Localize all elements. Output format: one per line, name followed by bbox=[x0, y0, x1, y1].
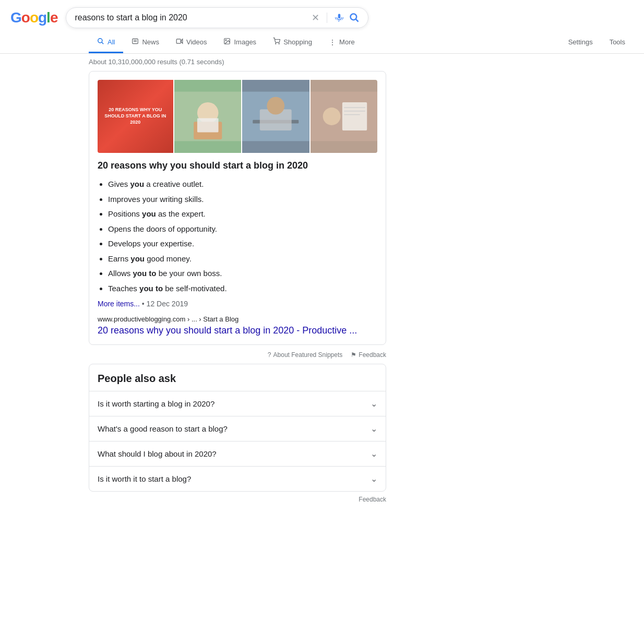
list-item: Positions you as the expert. bbox=[108, 208, 377, 220]
list-item: Opens the doors of opportunity. bbox=[108, 223, 377, 235]
header: Google ✕ bbox=[0, 0, 644, 28]
images-tab-icon bbox=[223, 38, 231, 46]
svg-point-0 bbox=[351, 14, 357, 20]
more-items-link[interactable]: More items... bbox=[98, 300, 142, 308]
icon-divider bbox=[327, 13, 327, 23]
results-count: About 10,310,000,000 results (0.71 secon… bbox=[0, 54, 644, 71]
list-item: Earns you good money. bbox=[108, 253, 377, 265]
featured-images-row: 20 REASONS WHY YOU SHOULD START A BLOG I… bbox=[98, 80, 377, 153]
chevron-down-icon: ⌄ bbox=[371, 474, 377, 484]
featured-image-2 bbox=[174, 80, 242, 153]
svg-line-1 bbox=[356, 19, 359, 22]
tab-shopping[interactable]: Shopping bbox=[265, 32, 320, 53]
list-item: Teaches you to be self-motivated. bbox=[108, 283, 377, 295]
list-item: Improves your writing skills. bbox=[108, 194, 377, 206]
search-button[interactable] bbox=[349, 13, 360, 23]
chevron-down-icon: ⌄ bbox=[371, 424, 377, 434]
paa-title: People also ask bbox=[89, 364, 386, 391]
settings-tools-group: Settings Tools bbox=[560, 33, 644, 53]
list-item: Allows you to be your own boss. bbox=[108, 268, 377, 280]
nav-tabs: All News Videos Images bbox=[0, 28, 644, 54]
chevron-down-icon: ⌄ bbox=[371, 399, 377, 409]
svg-line-3 bbox=[102, 42, 103, 44]
svg-point-11 bbox=[276, 43, 276, 44]
video-tab-icon bbox=[176, 38, 183, 46]
tab-more[interactable]: ⋮ More bbox=[320, 33, 363, 53]
list-item: Develops your expertise. bbox=[108, 238, 377, 250]
svg-point-10 bbox=[226, 40, 227, 41]
featured-image-1: 20 REASONS WHY YOU SHOULD START A BLOG I… bbox=[98, 80, 173, 153]
featured-image-4 bbox=[311, 80, 378, 153]
mic-button[interactable] bbox=[335, 13, 344, 22]
featured-snippet-card: 20 REASONS WHY YOU SHOULD START A BLOG I… bbox=[89, 71, 386, 345]
featured-bullet-list: Gives you a creative outlet. Improves yo… bbox=[98, 178, 377, 294]
search-input[interactable] bbox=[75, 13, 312, 22]
tab-images[interactable]: Images bbox=[215, 32, 265, 53]
bottom-feedback-button[interactable]: Feedback bbox=[89, 492, 386, 507]
shopping-tab-icon bbox=[273, 38, 280, 46]
tab-news[interactable]: News bbox=[123, 32, 168, 53]
people-also-ask-section: People also ask Is it worth starting a b… bbox=[89, 364, 386, 492]
flag-icon: ⚑ bbox=[351, 351, 356, 359]
main-content: 20 REASONS WHY YOU SHOULD START A BLOG I… bbox=[0, 71, 391, 507]
news-tab-icon bbox=[132, 38, 139, 46]
search-bar: ✕ bbox=[66, 7, 368, 28]
tools-link[interactable]: Tools bbox=[601, 33, 634, 53]
paa-question-2[interactable]: What's a good reason to start a blog? ⌄ bbox=[89, 416, 386, 441]
feedback-row: ? About Featured Snippets ⚑ Feedback bbox=[89, 351, 386, 359]
settings-link[interactable]: Settings bbox=[560, 33, 601, 53]
svg-rect-22 bbox=[342, 102, 366, 130]
more-items-line: More items... • 12 Dec 2019 bbox=[98, 300, 377, 308]
source-breadcrumb: www.productiveblogging.com › ... › Start… bbox=[98, 315, 377, 323]
featured-title: 20 reasons why you should start a blog i… bbox=[98, 160, 377, 171]
search-tab-icon bbox=[97, 38, 104, 46]
svg-point-2 bbox=[98, 39, 102, 43]
svg-point-20 bbox=[267, 97, 284, 115]
about-featured-snippets-link[interactable]: ? About Featured Snippets bbox=[268, 351, 342, 359]
featured-image-3 bbox=[242, 80, 309, 153]
google-logo: Google bbox=[10, 9, 57, 26]
list-item: Gives you a creative outlet. bbox=[108, 178, 377, 190]
question-icon: ? bbox=[268, 351, 271, 359]
more-dots-icon: ⋮ bbox=[329, 38, 336, 46]
search-icon-group: ✕ bbox=[312, 12, 360, 23]
svg-point-26 bbox=[323, 108, 340, 125]
result-title-link[interactable]: 20 reasons why you should start a blog i… bbox=[98, 325, 377, 336]
paa-question-3[interactable]: What should I blog about in 2020? ⌄ bbox=[89, 441, 386, 466]
paa-question-4[interactable]: Is it worth it to start a blog? ⌄ bbox=[89, 466, 386, 491]
paa-question-1[interactable]: Is it worth starting a blog in 2020? ⌄ bbox=[89, 391, 386, 416]
feedback-button[interactable]: ⚑ Feedback bbox=[351, 351, 386, 359]
tab-videos[interactable]: Videos bbox=[168, 32, 216, 53]
tab-all[interactable]: All bbox=[89, 32, 123, 53]
svg-rect-7 bbox=[176, 39, 181, 43]
svg-point-12 bbox=[279, 43, 279, 44]
svg-rect-16 bbox=[197, 118, 218, 132]
clear-button[interactable]: ✕ bbox=[312, 12, 319, 23]
chevron-down-icon: ⌄ bbox=[371, 449, 377, 459]
